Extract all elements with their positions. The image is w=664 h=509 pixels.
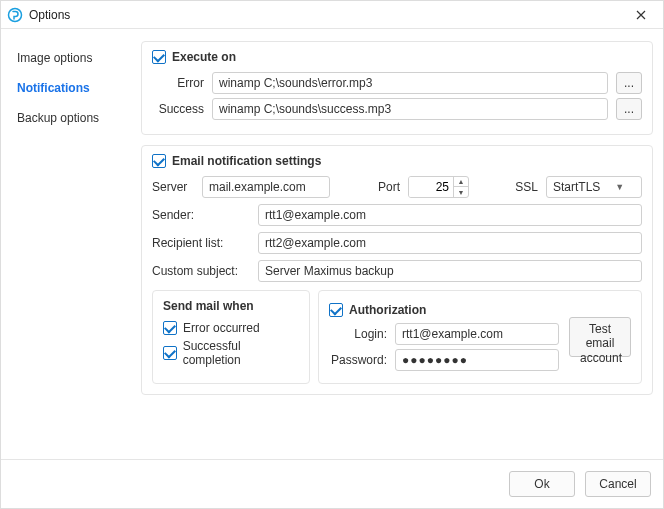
sender-label: Sender:	[152, 208, 248, 222]
cancel-button[interactable]: Cancel	[585, 471, 651, 497]
recipient-input[interactable]	[258, 232, 642, 254]
footer: Ok Cancel	[1, 459, 663, 507]
main-area: Image options Notifications Backup optio…	[1, 29, 663, 459]
app-icon	[7, 7, 23, 23]
sender-input[interactable]	[258, 204, 642, 226]
window-title: Options	[29, 8, 627, 22]
close-button[interactable]	[627, 5, 655, 25]
successful-completion-label: Successful completion	[183, 339, 299, 367]
ssl-label: SSL	[515, 180, 538, 194]
login-label: Login:	[329, 327, 387, 341]
port-input[interactable]	[409, 177, 453, 197]
panel-send-when: Send mail when Error occurred Successful…	[152, 290, 310, 384]
subject-label: Custom subject:	[152, 264, 248, 278]
password-input[interactable]	[395, 349, 559, 371]
ssl-value: StartTLS	[553, 180, 600, 194]
sidebar-item-notifications[interactable]: Notifications	[1, 73, 141, 103]
error-browse-button[interactable]: ...	[616, 72, 642, 94]
authorization-checkbox[interactable]	[329, 303, 343, 317]
sidebar: Image options Notifications Backup optio…	[1, 29, 141, 459]
server-label: Server	[152, 180, 194, 194]
password-label: Password:	[329, 353, 387, 367]
subject-input[interactable]	[258, 260, 642, 282]
authorization-title: Authorization	[349, 303, 426, 317]
titlebar: Options	[1, 1, 663, 29]
error-command-input[interactable]	[212, 72, 608, 94]
port-down-button[interactable]: ▼	[454, 187, 468, 197]
successful-completion-checkbox[interactable]	[163, 346, 177, 360]
execute-on-title: Execute on	[172, 50, 236, 64]
port-label: Port	[378, 180, 400, 194]
panel-email-settings: Email notification settings Server Port …	[141, 145, 653, 395]
error-label: Error	[152, 76, 204, 90]
port-stepper[interactable]: ▲ ▼	[408, 176, 469, 198]
port-up-button[interactable]: ▲	[454, 177, 468, 187]
success-label: Success	[152, 102, 204, 116]
error-occurred-label: Error occurred	[183, 321, 260, 335]
ssl-select[interactable]: StartTLS ▼	[546, 176, 642, 198]
content-pane: Execute on Error ... Success ... Email n…	[141, 29, 663, 459]
success-browse-button[interactable]: ...	[616, 98, 642, 120]
svg-point-0	[9, 8, 22, 21]
test-email-account-button[interactable]: Test email account	[569, 317, 631, 357]
sidebar-item-image-options[interactable]: Image options	[1, 43, 141, 73]
error-occurred-checkbox[interactable]	[163, 321, 177, 335]
ok-button[interactable]: Ok	[509, 471, 575, 497]
chevron-down-icon[interactable]: ▼	[600, 182, 639, 192]
server-input[interactable]	[202, 176, 330, 198]
panel-authorization: Authorization Login: Password: Test emai…	[318, 290, 642, 384]
send-when-title: Send mail when	[163, 299, 299, 313]
recipient-label: Recipient list:	[152, 236, 248, 250]
success-command-input[interactable]	[212, 98, 608, 120]
email-settings-checkbox[interactable]	[152, 154, 166, 168]
login-input[interactable]	[395, 323, 559, 345]
execute-on-checkbox[interactable]	[152, 50, 166, 64]
panel-execute-on: Execute on Error ... Success ...	[141, 41, 653, 135]
email-settings-title: Email notification settings	[172, 154, 321, 168]
sidebar-item-backup-options[interactable]: Backup options	[1, 103, 141, 133]
